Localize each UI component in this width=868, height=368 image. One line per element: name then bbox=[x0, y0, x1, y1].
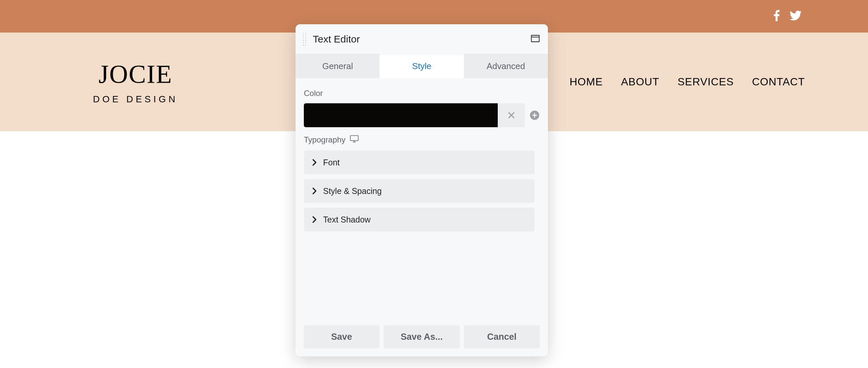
facebook-icon[interactable] bbox=[774, 10, 780, 23]
color-input-group bbox=[304, 103, 525, 127]
chevron-right-icon bbox=[312, 187, 317, 195]
tab-style[interactable]: Style bbox=[379, 54, 464, 78]
accordion-style-spacing[interactable]: Style & Spacing bbox=[304, 179, 535, 203]
color-swatch[interactable] bbox=[304, 103, 498, 127]
plus-circle-icon bbox=[530, 111, 539, 120]
editor-footer: Save Save As... Cancel bbox=[296, 319, 548, 357]
tab-advanced[interactable]: Advanced bbox=[464, 54, 548, 78]
nav-link-home[interactable]: HOME bbox=[569, 76, 603, 88]
accordion-text-shadow-label: Text Shadow bbox=[323, 215, 371, 224]
tab-general[interactable]: General bbox=[296, 54, 379, 78]
nav-link-about[interactable]: ABOUT bbox=[621, 76, 659, 88]
logo-sub-text: DOE DESIGN bbox=[93, 94, 178, 104]
cancel-button[interactable]: Cancel bbox=[464, 325, 540, 348]
site-logo[interactable]: JOCIE DOE DESIGN bbox=[93, 59, 178, 104]
svg-rect-0 bbox=[531, 35, 539, 42]
color-add-button[interactable] bbox=[530, 110, 539, 120]
accordion-style-spacing-label: Style & Spacing bbox=[323, 186, 382, 196]
editor-title: Text Editor bbox=[313, 34, 531, 45]
nav-links: HOME ABOUT SERVICES CONTACT bbox=[569, 76, 805, 88]
color-section-label: Color bbox=[304, 89, 539, 98]
editor-tabs: General Style Advanced bbox=[296, 54, 548, 78]
nav-link-services[interactable]: SERVICES bbox=[677, 76, 734, 88]
accordion-font-label: Font bbox=[323, 158, 340, 167]
text-editor-modal: Text Editor General Style Advanced Color… bbox=[296, 24, 548, 357]
color-clear-button[interactable] bbox=[498, 103, 525, 127]
editor-body: Color Typography Font bbox=[296, 78, 548, 319]
color-row bbox=[304, 103, 539, 127]
nav-link-contact[interactable]: CONTACT bbox=[752, 76, 805, 88]
responsive-device-icon[interactable] bbox=[350, 135, 359, 145]
save-as-button[interactable]: Save As... bbox=[383, 325, 460, 348]
svg-rect-4 bbox=[351, 135, 359, 141]
typography-section-label: Typography bbox=[304, 135, 539, 145]
save-button[interactable]: Save bbox=[304, 325, 379, 348]
window-toggle-icon[interactable] bbox=[531, 35, 539, 43]
accordion-font[interactable]: Font bbox=[304, 150, 535, 174]
drag-handle-icon[interactable] bbox=[302, 31, 307, 48]
editor-header: Text Editor bbox=[296, 24, 548, 54]
logo-main-text: JOCIE bbox=[99, 59, 172, 89]
twitter-icon[interactable] bbox=[789, 11, 802, 22]
close-icon bbox=[507, 111, 516, 120]
accordion-text-shadow[interactable]: Text Shadow bbox=[304, 208, 535, 232]
chevron-right-icon bbox=[312, 216, 317, 223]
typography-label-text: Typography bbox=[304, 135, 345, 145]
chevron-right-icon bbox=[312, 159, 317, 166]
